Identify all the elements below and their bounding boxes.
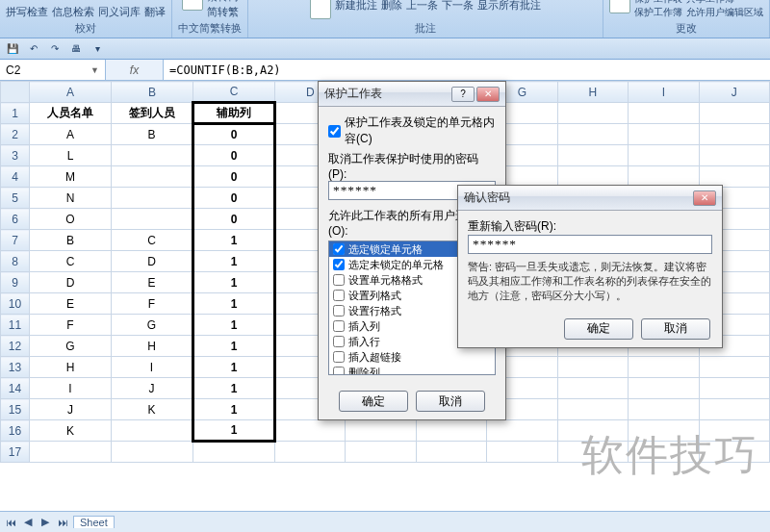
- tab-nav-first-icon[interactable]: ⏮: [4, 517, 17, 528]
- cell[interactable]: [629, 442, 699, 463]
- permission-checkbox[interactable]: [333, 243, 345, 255]
- column-header[interactable]: C: [193, 82, 275, 103]
- row-header[interactable]: 8: [1, 251, 30, 272]
- cell[interactable]: D: [112, 251, 193, 272]
- cmd-translate[interactable]: 翻译: [144, 5, 166, 19]
- cell[interactable]: L: [30, 145, 112, 166]
- row-header[interactable]: 16: [1, 420, 30, 442]
- cell[interactable]: G: [112, 315, 193, 336]
- cell[interactable]: [699, 378, 769, 399]
- cmd-delete-comment[interactable]: 删除: [381, 0, 402, 13]
- formula-input[interactable]: =COUNTIF(B:B,A2): [164, 60, 770, 80]
- cell[interactable]: 1: [193, 399, 275, 420]
- cmd-to-simple[interactable]: 繁转简: [207, 0, 239, 4]
- permission-checkbox[interactable]: [333, 274, 345, 286]
- qat-print-icon[interactable]: 🖶: [67, 40, 85, 58]
- help-button[interactable]: ?: [451, 87, 475, 102]
- cell[interactable]: M: [30, 166, 112, 188]
- cell[interactable]: F: [112, 293, 193, 315]
- cell[interactable]: 辅助列: [193, 103, 275, 124]
- cell[interactable]: 1: [193, 420, 275, 442]
- cell[interactable]: K: [30, 420, 112, 442]
- confirm-password-input[interactable]: [468, 235, 712, 254]
- cell[interactable]: [416, 442, 486, 463]
- cell[interactable]: [557, 442, 628, 463]
- cell[interactable]: [557, 103, 628, 124]
- cell[interactable]: [699, 357, 769, 378]
- permission-checkbox[interactable]: [333, 259, 345, 270]
- cell[interactable]: 人员名单: [30, 103, 112, 124]
- select-all-corner[interactable]: [1, 82, 30, 103]
- cell[interactable]: [629, 103, 699, 124]
- ok-button[interactable]: 确定: [564, 318, 633, 340]
- column-header[interactable]: B: [112, 82, 193, 103]
- permission-checkbox[interactable]: [333, 305, 345, 317]
- permission-checkbox[interactable]: [333, 336, 345, 347]
- fx-icon[interactable]: fx: [130, 63, 139, 77]
- cell[interactable]: J: [112, 378, 193, 399]
- cell[interactable]: D: [30, 272, 112, 293]
- ok-button[interactable]: 确定: [339, 391, 408, 412]
- cell[interactable]: B: [30, 230, 112, 251]
- cell[interactable]: [699, 399, 769, 420]
- qat-undo-icon[interactable]: ↶: [25, 40, 42, 58]
- qat-more-icon[interactable]: ▾: [89, 40, 106, 58]
- column-header[interactable]: I: [629, 82, 699, 103]
- name-box[interactable]: C2 ▼: [0, 60, 106, 80]
- tab-nav-prev-icon[interactable]: ◀: [21, 516, 35, 528]
- cell[interactable]: 签到人员: [112, 103, 193, 124]
- cell[interactable]: 1: [193, 357, 275, 378]
- cell[interactable]: I: [30, 378, 112, 399]
- cell[interactable]: [629, 378, 699, 399]
- cell[interactable]: [699, 420, 769, 442]
- row-header[interactable]: 15: [1, 399, 30, 420]
- cmd-show-all-comments[interactable]: 显示所有批注: [477, 0, 541, 13]
- cell[interactable]: [112, 420, 193, 442]
- row-header[interactable]: 6: [1, 209, 30, 230]
- row-header[interactable]: 2: [1, 124, 30, 145]
- protect-content-checkbox[interactable]: 保护工作表及锁定的单元格内容(C): [328, 114, 496, 147]
- cmd-next-comment[interactable]: 下一条: [442, 0, 474, 13]
- cell[interactable]: K: [112, 399, 193, 420]
- cell[interactable]: H: [112, 336, 193, 357]
- cell[interactable]: [557, 145, 628, 166]
- protect-sheet-icon[interactable]: [609, 0, 630, 13]
- cell[interactable]: [112, 145, 193, 166]
- cmd-thesaurus[interactable]: 同义词库: [98, 5, 141, 19]
- permission-checkbox[interactable]: [333, 367, 345, 375]
- cell[interactable]: N: [30, 188, 112, 209]
- cell[interactable]: 1: [193, 315, 275, 336]
- cell[interactable]: 1: [193, 378, 275, 399]
- cell[interactable]: [275, 420, 346, 442]
- cell[interactable]: [275, 442, 346, 463]
- cell[interactable]: [557, 399, 628, 420]
- cmd-allow-edit[interactable]: 允许用户编辑区域: [686, 6, 763, 19]
- new-comment-icon[interactable]: [310, 0, 331, 19]
- permission-checkbox[interactable]: [333, 320, 345, 332]
- cell[interactable]: C: [30, 251, 112, 272]
- cell[interactable]: O: [30, 209, 112, 230]
- cell[interactable]: [112, 442, 193, 463]
- cell[interactable]: 0: [193, 145, 275, 166]
- cell[interactable]: 0: [193, 209, 275, 230]
- dialog-titlebar[interactable]: 保护工作表 ? ✕: [319, 82, 505, 107]
- tab-nav-next-icon[interactable]: ▶: [38, 516, 52, 528]
- cell[interactable]: [557, 124, 628, 145]
- row-header[interactable]: 5: [1, 188, 30, 209]
- row-header[interactable]: 17: [1, 442, 30, 463]
- cell[interactable]: 1: [193, 293, 275, 315]
- cell[interactable]: [629, 357, 699, 378]
- sheet-tab[interactable]: Sheet: [73, 516, 115, 528]
- cell[interactable]: [557, 357, 628, 378]
- column-header[interactable]: J: [699, 82, 769, 103]
- cell[interactable]: [629, 420, 699, 442]
- cell[interactable]: [346, 442, 416, 463]
- row-header[interactable]: 13: [1, 357, 30, 378]
- cell[interactable]: [193, 442, 275, 463]
- permission-checkbox[interactable]: [333, 351, 345, 363]
- cell[interactable]: A: [30, 124, 112, 145]
- cell[interactable]: E: [112, 272, 193, 293]
- cell[interactable]: [699, 124, 769, 145]
- permission-item[interactable]: 删除列: [329, 365, 495, 375]
- cell[interactable]: [487, 442, 557, 463]
